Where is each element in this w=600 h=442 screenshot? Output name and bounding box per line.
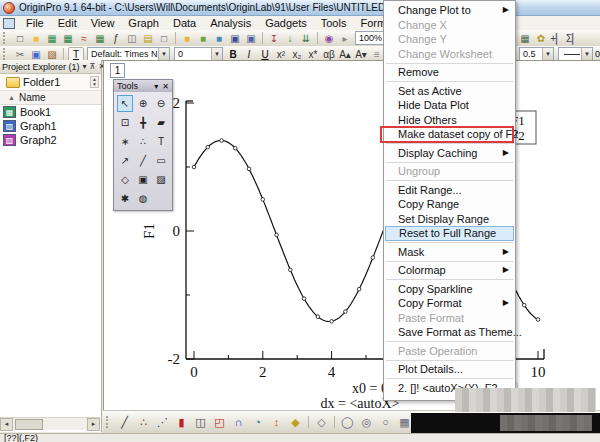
save-project-icon[interactable]: ▣ bbox=[228, 32, 242, 45]
menu-gadgets[interactable]: Gadgets bbox=[258, 17, 314, 29]
font-smaller-button[interactable]: A▾ bbox=[354, 48, 368, 61]
menu-data[interactable]: Data bbox=[166, 17, 203, 29]
menu-item-copy-range[interactable]: Copy Range bbox=[384, 197, 515, 212]
polar-plot-icon[interactable]: ◔ bbox=[249, 414, 266, 430]
polygon-region-icon[interactable]: ◇ bbox=[313, 414, 330, 430]
menu-item-mask[interactable]: Mask▶ bbox=[384, 245, 515, 260]
supersubscript-button[interactable]: x* bbox=[306, 48, 320, 61]
superscript-button[interactable]: x² bbox=[274, 48, 288, 61]
new-function-plot-icon[interactable]: ƒ bbox=[109, 32, 123, 45]
column-plot-icon[interactable]: ▮ bbox=[173, 414, 190, 430]
font-name-combo[interactable]: Default: Times N ▼ bbox=[87, 47, 170, 61]
menu-item-display-caching[interactable]: Display Caching▶ bbox=[384, 146, 515, 161]
font-size-combo[interactable]: 0 ▼ bbox=[174, 47, 223, 61]
subscript-button[interactable]: x₂ bbox=[290, 48, 304, 61]
layer-1-button[interactable]: 1 bbox=[110, 63, 125, 78]
save-template-icon[interactable]: ▣ bbox=[244, 32, 258, 45]
chevron-down-icon[interactable]: ▼ bbox=[581, 48, 592, 60]
insert-graph-tool-icon[interactable]: ▣ bbox=[135, 171, 151, 188]
insert-image-tool-icon[interactable]: ▨ bbox=[153, 171, 169, 188]
name-column-header[interactable]: ▲ Name bbox=[0, 91, 101, 105]
menu-item-save-format-as-theme[interactable]: Save Format as Theme... bbox=[384, 325, 515, 340]
open-graph-file-icon[interactable]: ■ bbox=[212, 32, 226, 45]
arrow-tool-tool-icon[interactable]: ↗ bbox=[117, 152, 133, 169]
screen-reader-tool-icon[interactable]: ⊡ bbox=[117, 114, 133, 131]
menu-item-hide-others[interactable]: Hide Others bbox=[384, 113, 515, 128]
menu-item-set-display-range[interactable]: Set Display Range bbox=[384, 212, 515, 227]
menu-item-reset-to-full-range[interactable]: Reset to Full Range bbox=[385, 226, 514, 241]
new-graph-icon[interactable]: ≈ bbox=[77, 32, 91, 45]
draw-data-tool-icon[interactable]: ∗ bbox=[117, 133, 133, 150]
line-style-combo[interactable]: ▼ bbox=[558, 47, 593, 61]
pointer-tool-icon[interactable]: ↖ bbox=[117, 95, 133, 112]
menu-item-colormap[interactable]: Colormap▶ bbox=[384, 263, 515, 278]
new-excel-icon[interactable]: ▦ bbox=[61, 32, 75, 45]
line-plot-icon[interactable]: ╱ bbox=[116, 414, 133, 430]
underline-button[interactable]: U bbox=[258, 48, 272, 61]
scatter-plot-icon[interactable]: ∴ bbox=[135, 414, 152, 430]
project-item-graph2[interactable]: ▨Graph2 bbox=[0, 133, 101, 147]
chevron-down-icon[interactable]: ▼ bbox=[211, 48, 222, 60]
menu-graph[interactable]: Graph bbox=[121, 17, 166, 29]
scroll-right-icon[interactable]: ▸ bbox=[87, 418, 100, 431]
menu-item-hide-data-plot[interactable]: Hide Data Plot bbox=[384, 98, 515, 113]
add-column-icon[interactable]: +▏ bbox=[550, 32, 564, 45]
theme-gear-icon[interactable]: ✿ bbox=[534, 32, 548, 45]
menu-item-remove[interactable]: Remove bbox=[384, 65, 515, 80]
fit-curve-icon[interactable]: ∩ bbox=[230, 414, 247, 430]
text-tool-tool-icon[interactable]: T bbox=[153, 133, 169, 150]
line-symbol-plot-icon[interactable]: ⋰ bbox=[154, 414, 171, 430]
cylinder-tool-tool-icon[interactable]: ◍ bbox=[135, 190, 151, 207]
project-item-book1[interactable]: ▦Book1 bbox=[0, 105, 101, 119]
cut-icon[interactable]: ✂ bbox=[13, 48, 27, 61]
menu-item-change-plot-to[interactable]: Change Plot to▶ bbox=[384, 3, 515, 18]
open-project-icon[interactable]: ■ bbox=[29, 32, 43, 45]
rectangle-tool-tool-icon[interactable]: ▭ bbox=[153, 152, 169, 169]
rotate-tool-tool-icon[interactable]: ✱ bbox=[117, 190, 133, 207]
greek-button[interactable]: αβ bbox=[322, 48, 336, 61]
folder-row[interactable]: Folder1 ▲▼ bbox=[0, 74, 101, 91]
align-button[interactable]: ≡ bbox=[370, 48, 384, 61]
box-chart-icon[interactable]: ◰ bbox=[211, 414, 228, 430]
zoom-in-tool-icon[interactable]: ⊕ bbox=[135, 95, 151, 112]
chevron-down-icon[interactable]: ▼ bbox=[542, 48, 553, 60]
menu-tools[interactable]: Tools bbox=[314, 17, 354, 29]
copy-icon[interactable]: ▣ bbox=[29, 48, 43, 61]
open-folder-icon[interactable]: ■ bbox=[180, 32, 194, 45]
import-wizard-icon[interactable]: ↧ bbox=[267, 32, 281, 45]
close-icon[interactable]: ✕ bbox=[162, 82, 169, 91]
new-workbook-icon[interactable]: ▦ bbox=[45, 32, 59, 45]
scroll-left-icon[interactable]: ◂ bbox=[0, 418, 13, 431]
menu-item-plot-details[interactable]: Plot Details... bbox=[384, 362, 515, 377]
menu-analysis[interactable]: Analysis bbox=[203, 17, 258, 29]
line-width-combo[interactable]: 0.5 ▼ bbox=[519, 47, 554, 61]
sum-column-icon[interactable]: Σ▏ bbox=[566, 32, 580, 45]
vector-plot-icon[interactable]: ↕ bbox=[268, 414, 285, 430]
cursor-tool-tool-icon[interactable]: ∴ bbox=[135, 133, 151, 150]
toolbar-grip[interactable] bbox=[106, 416, 112, 428]
chevron-down-icon[interactable]: ▾ bbox=[83, 62, 87, 71]
3d-plot-icon[interactable]: ◆ bbox=[287, 414, 304, 430]
toolbar-grip[interactable] bbox=[3, 32, 9, 44]
date-grid-icon[interactable]: ▦ bbox=[518, 32, 532, 45]
menu-file[interactable]: File bbox=[19, 17, 51, 29]
menu-item-copy-format[interactable]: Copy Format▶ bbox=[384, 296, 515, 311]
menu-edit[interactable]: Edit bbox=[51, 17, 84, 29]
polygon-tool-tool-icon[interactable]: ◇ bbox=[117, 171, 133, 188]
merge-graphs-icon[interactable]: ◯ bbox=[339, 414, 356, 430]
menu-item-edit-range[interactable]: Edit Range... bbox=[384, 183, 515, 198]
new-project-icon[interactable]: □ bbox=[13, 32, 27, 45]
extract-graphs-icon[interactable]: ◎ bbox=[358, 414, 375, 430]
tools-palette-titlebar[interactable]: Tools ▾ ✕ bbox=[114, 80, 172, 92]
chevron-down-icon[interactable]: ▾ bbox=[154, 82, 158, 91]
folder-spinner[interactable]: ▲▼ bbox=[90, 76, 99, 88]
open-template-icon[interactable]: □ bbox=[157, 32, 171, 45]
bold-button[interactable]: B bbox=[226, 48, 240, 61]
font-larger-button[interactable]: A▴ bbox=[338, 48, 352, 61]
line-tool-tool-icon[interactable]: ╱ bbox=[135, 152, 151, 169]
paste-icon[interactable]: ▨ bbox=[45, 48, 59, 61]
menu-view[interactable]: View bbox=[84, 17, 122, 29]
open-excel-file-icon[interactable]: ■ bbox=[196, 32, 210, 45]
import-ascii-icon[interactable]: ↓ bbox=[283, 32, 297, 45]
multi-panel-icon[interactable]: ◫ bbox=[192, 414, 209, 430]
